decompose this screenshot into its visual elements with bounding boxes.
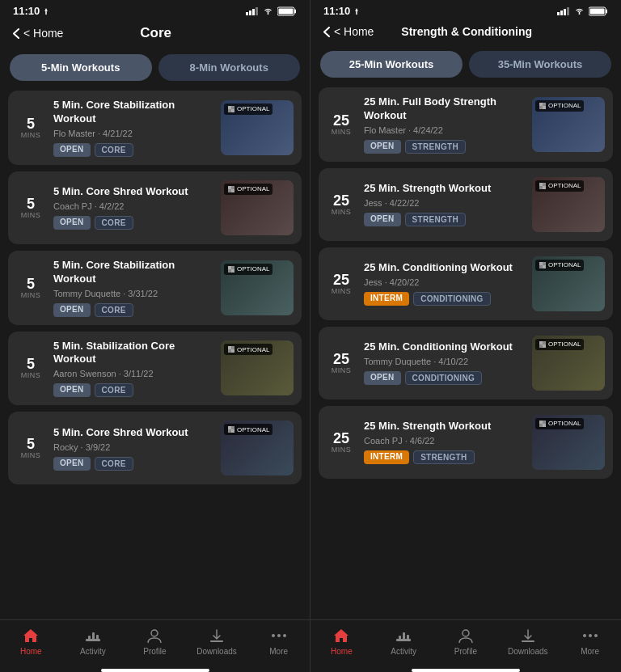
svg-marker-30 xyxy=(23,629,38,642)
svg-rect-61 xyxy=(539,265,543,268)
svg-rect-51 xyxy=(543,106,546,109)
workout-card-5-left[interactable]: 5 MINS 5 Min. Core Shred Workout Rocky ·… xyxy=(8,412,302,484)
svg-rect-45 xyxy=(567,7,569,15)
status-icons-right xyxy=(557,6,608,16)
home-icon-right xyxy=(332,627,350,645)
nav-bar-left: < Home Core xyxy=(0,20,310,48)
optional-icon-3-left xyxy=(227,265,235,273)
svg-rect-8 xyxy=(294,9,296,13)
svg-rect-19 xyxy=(231,269,234,273)
optional-icon-1-left xyxy=(227,105,235,113)
location-icon-right xyxy=(353,7,361,15)
battery-icon-left xyxy=(277,6,297,16)
svg-rect-58 xyxy=(539,262,543,265)
svg-rect-32 xyxy=(88,636,91,641)
svg-rect-68 xyxy=(543,421,546,424)
workout-card-1-left[interactable]: 5 MINS 5 Min. Core Stabilization Workout… xyxy=(8,91,302,165)
back-label-left: < Home xyxy=(23,27,63,40)
svg-rect-29 xyxy=(228,429,231,433)
svg-rect-9 xyxy=(279,8,294,14)
downloads-icon-left xyxy=(208,627,226,645)
tab-8min-left[interactable]: 8-Min Workouts xyxy=(158,54,301,81)
downloads-icon-right xyxy=(519,627,537,645)
chevron-left-icon-left xyxy=(13,28,19,39)
svg-rect-28 xyxy=(231,426,234,429)
optional-icon-5-left xyxy=(227,425,235,433)
svg-rect-44 xyxy=(564,9,566,15)
workout-card-4-right[interactable]: 25 MINS 25 Min. Conditioning Workout Tom… xyxy=(319,327,613,399)
svg-rect-2 xyxy=(246,12,248,15)
svg-rect-20 xyxy=(231,266,234,269)
tab-25min-right[interactable]: 25-Min Workouts xyxy=(320,51,463,78)
svg-rect-62 xyxy=(539,341,543,344)
svg-rect-11 xyxy=(231,109,234,112)
svg-rect-27 xyxy=(231,429,234,433)
svg-rect-50 xyxy=(539,103,543,106)
svg-rect-53 xyxy=(539,106,543,109)
nav-activity-label-left: Activity xyxy=(80,647,106,656)
svg-rect-60 xyxy=(543,262,546,265)
nav-more-right[interactable]: More xyxy=(559,627,621,656)
nav-downloads-right[interactable]: Downloads xyxy=(496,627,559,656)
svg-rect-3 xyxy=(249,11,251,15)
nav-profile-right[interactable]: Profile xyxy=(435,627,497,656)
back-button-left[interactable]: < Home xyxy=(13,27,63,40)
back-button-right[interactable]: < Home xyxy=(323,25,374,38)
svg-point-38 xyxy=(277,634,281,637)
svg-rect-16 xyxy=(231,186,234,189)
svg-rect-4 xyxy=(252,9,255,15)
tab-bar-left: 5-Min Workouts 8-Min Workouts xyxy=(0,48,310,87)
svg-rect-59 xyxy=(543,265,546,268)
nav-home-label-right: Home xyxy=(331,647,353,656)
workout-card-2-right[interactable]: 25 MINS 25 Min. Strength Workout Jess · … xyxy=(319,168,613,241)
svg-rect-13 xyxy=(228,109,231,112)
svg-rect-15 xyxy=(231,189,234,192)
svg-rect-57 xyxy=(539,186,543,189)
svg-point-35 xyxy=(151,630,158,636)
nav-downloads-left[interactable]: Downloads xyxy=(186,627,248,656)
svg-rect-14 xyxy=(228,186,231,189)
workout-card-2-left[interactable]: 5 MINS 5 Min. Core Shred Workout Coach P… xyxy=(8,171,302,244)
svg-rect-76 xyxy=(522,640,534,642)
svg-rect-54 xyxy=(539,183,543,186)
workout-card-3-left[interactable]: 5 MINS 5 Min. Core Stabilization Workout… xyxy=(8,251,302,325)
svg-point-6 xyxy=(268,13,269,15)
svg-rect-74 xyxy=(407,635,409,641)
workout-card-4-left[interactable]: 5 MINS 5 Min. Stabilization Core Workout… xyxy=(8,332,302,406)
nav-profile-left[interactable]: Profile xyxy=(124,627,186,656)
svg-rect-10 xyxy=(228,106,231,109)
svg-point-78 xyxy=(589,634,592,637)
workout-card-5-right[interactable]: 25 MINS 25 Min. Strength Workout Coach P… xyxy=(319,406,613,479)
chevron-left-icon-right xyxy=(323,27,330,37)
svg-rect-25 xyxy=(228,349,231,353)
bottom-nav-right: Home Activity Profile xyxy=(310,619,621,666)
nav-home-left[interactable]: Home xyxy=(0,627,62,656)
signal-icon-left xyxy=(246,7,259,15)
svg-rect-52 xyxy=(543,103,546,106)
tab-35min-right[interactable]: 35-Min Workouts xyxy=(469,51,611,78)
status-bar-left: 11:10 xyxy=(0,0,310,20)
svg-point-77 xyxy=(583,634,586,637)
nav-home-right[interactable]: Home xyxy=(310,627,373,656)
nav-downloads-label-right: Downloads xyxy=(508,647,547,656)
page-title-right: Strength & Conditioning xyxy=(374,25,560,38)
svg-rect-69 xyxy=(539,424,543,427)
nav-activity-left[interactable]: Activity xyxy=(62,627,125,656)
tab-5min-left[interactable]: 5-Min Workouts xyxy=(10,54,152,81)
workout-card-1-right[interactable]: 25 MINS 25 Min. Full Body Strength Worko… xyxy=(319,87,613,162)
nav-more-label-right: More xyxy=(581,647,599,656)
signal-icon-right xyxy=(557,7,570,15)
svg-rect-55 xyxy=(543,186,546,189)
nav-more-left[interactable]: More xyxy=(247,627,310,656)
optional-icon-2-left xyxy=(227,185,235,193)
svg-marker-70 xyxy=(334,629,349,642)
svg-rect-12 xyxy=(231,106,234,109)
svg-rect-63 xyxy=(543,344,546,348)
optional-icon-4-left xyxy=(227,345,235,353)
svg-rect-65 xyxy=(539,344,543,348)
nav-activity-right[interactable]: Activity xyxy=(373,627,435,656)
svg-point-75 xyxy=(463,630,469,636)
svg-rect-73 xyxy=(403,632,405,641)
workout-card-3-right[interactable]: 25 MINS 25 Min. Conditioning Workout Jes… xyxy=(319,247,613,320)
svg-rect-48 xyxy=(606,9,607,13)
